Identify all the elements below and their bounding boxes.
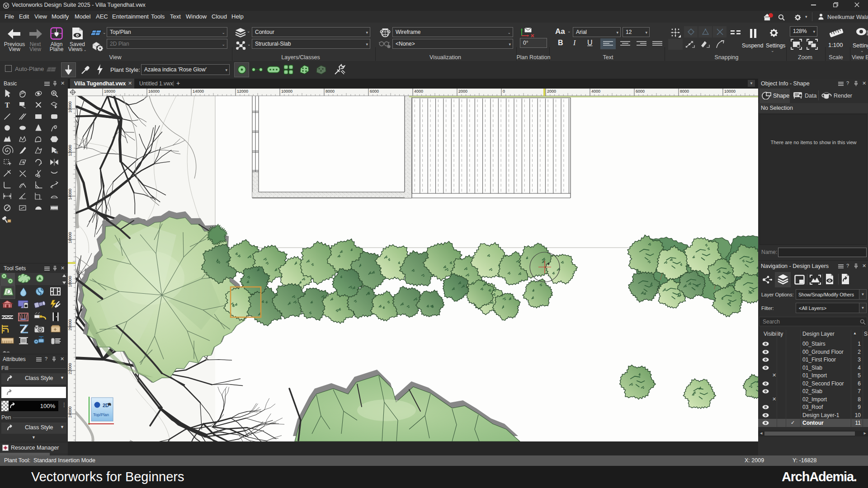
svg-text:12000: 12000 (237, 89, 248, 94)
svg-text:18000: 18000 (104, 89, 115, 94)
svg-text:14000: 14000 (68, 188, 72, 200)
svg-text:2000: 2000 (458, 89, 467, 94)
svg-text:12000: 12000 (68, 145, 72, 156)
svg-text:20000: 20000 (68, 319, 72, 330)
svg-text:0: 0 (503, 89, 505, 94)
svg-text:10000: 10000 (68, 101, 72, 113)
svg-text:24000: 24000 (68, 406, 72, 418)
svg-text:8000: 8000 (326, 89, 335, 94)
svg-text:T: T (5, 101, 10, 109)
svg-text:k: k (56, 150, 58, 155)
svg-text:16000: 16000 (148, 89, 160, 94)
svg-text:18000: 18000 (68, 276, 72, 287)
svg-text:6000: 6000 (370, 89, 379, 94)
svg-text:4000: 4000 (414, 89, 423, 94)
svg-text:2000: 2000 (547, 89, 556, 94)
svg-text:10000: 10000 (724, 89, 736, 94)
svg-text:8000: 8000 (680, 89, 689, 94)
svg-text:14000: 14000 (193, 89, 204, 94)
svg-text:6000: 6000 (636, 89, 645, 94)
svg-text:16000: 16000 (68, 232, 72, 243)
svg-text:4000: 4000 (591, 89, 600, 94)
svg-text:Top/Plan: Top/Plan (93, 413, 109, 417)
svg-text:22000: 22000 (68, 363, 72, 374)
svg-text:10000: 10000 (281, 89, 292, 94)
